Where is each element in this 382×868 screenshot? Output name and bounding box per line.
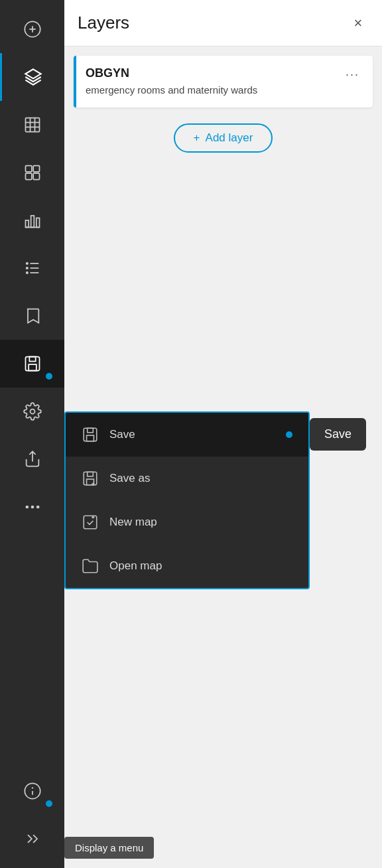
sidebar-item-more[interactable] xyxy=(0,483,64,531)
svg-point-20 xyxy=(26,263,27,264)
add-layer-label: Add layer xyxy=(206,131,253,145)
save-tooltip[interactable]: Save xyxy=(310,418,366,451)
svg-rect-4 xyxy=(25,118,39,132)
svg-rect-13 xyxy=(25,220,29,228)
sidebar-item-settings[interactable] xyxy=(0,388,64,435)
sidebar-item-bookmark[interactable] xyxy=(0,292,64,340)
save-badge xyxy=(46,373,52,380)
svg-rect-10 xyxy=(33,166,39,172)
svg-rect-38 xyxy=(88,472,94,476)
new-map-icon xyxy=(82,514,99,531)
svg-point-21 xyxy=(26,267,27,269)
sidebar xyxy=(0,0,64,868)
panel-title: Layers xyxy=(78,13,129,33)
sidebar-item-layers[interactable] xyxy=(0,53,64,101)
context-save-as-label: Save as xyxy=(109,472,150,485)
sidebar-item-share[interactable] xyxy=(0,435,64,483)
layer-description: emergency rooms and maternity wards xyxy=(86,83,342,97)
context-menu-item-new-map[interactable]: New map xyxy=(66,500,308,544)
svg-rect-11 xyxy=(25,173,31,179)
save-as-menu-icon xyxy=(82,470,99,487)
svg-marker-3 xyxy=(25,69,40,78)
context-menu-item-save-as[interactable]: Save as xyxy=(66,457,308,500)
sidebar-item-media[interactable] xyxy=(0,149,64,196)
svg-rect-9 xyxy=(25,166,31,172)
context-open-map-label: Open map xyxy=(109,559,162,573)
context-save-dot xyxy=(286,431,292,438)
panel-header: Layers × xyxy=(64,0,382,46)
svg-point-22 xyxy=(26,272,27,273)
sidebar-item-add[interactable] xyxy=(0,5,64,53)
svg-rect-14 xyxy=(31,216,34,228)
svg-rect-24 xyxy=(29,357,35,362)
layer-more-button[interactable]: ··· xyxy=(342,66,363,83)
svg-rect-35 xyxy=(88,428,94,433)
info-badge xyxy=(46,800,52,807)
add-layer-container: + Add layer xyxy=(74,117,373,159)
sidebar-item-expand[interactable] xyxy=(0,815,64,863)
sidebar-item-table[interactable] xyxy=(0,101,64,149)
svg-point-29 xyxy=(31,506,34,509)
context-menu: Save Save as xyxy=(64,411,310,589)
save-menu-icon xyxy=(82,426,99,443)
layer-card: OBGYN emergency rooms and maternity ward… xyxy=(74,56,373,108)
open-map-icon xyxy=(82,557,99,575)
svg-rect-23 xyxy=(25,357,39,371)
context-menu-item-save[interactable]: Save xyxy=(66,413,308,457)
svg-point-26 xyxy=(30,409,34,414)
svg-point-30 xyxy=(36,506,39,509)
sidebar-item-save[interactable] xyxy=(0,340,64,388)
svg-rect-36 xyxy=(87,435,94,441)
context-new-map-label: New map xyxy=(109,516,157,529)
close-button[interactable]: × xyxy=(348,13,369,34)
svg-point-28 xyxy=(25,506,29,509)
svg-rect-12 xyxy=(33,173,39,179)
svg-rect-15 xyxy=(36,218,39,228)
sidebar-item-info[interactable] xyxy=(0,767,64,815)
main-panel: Layers × OBGYN emergency rooms and mater… xyxy=(64,0,382,868)
sidebar-item-list[interactable] xyxy=(0,244,64,292)
add-layer-button[interactable]: + Add layer xyxy=(174,123,273,153)
context-menu-item-open-map[interactable]: Open map xyxy=(66,544,308,588)
add-layer-plus: + xyxy=(194,131,200,145)
svg-rect-25 xyxy=(29,364,36,370)
layer-info: OBGYN emergency rooms and maternity ward… xyxy=(86,66,342,97)
context-save-label: Save xyxy=(109,428,135,441)
layer-name: OBGYN xyxy=(86,66,342,80)
sidebar-item-chart[interactable] xyxy=(0,196,64,244)
